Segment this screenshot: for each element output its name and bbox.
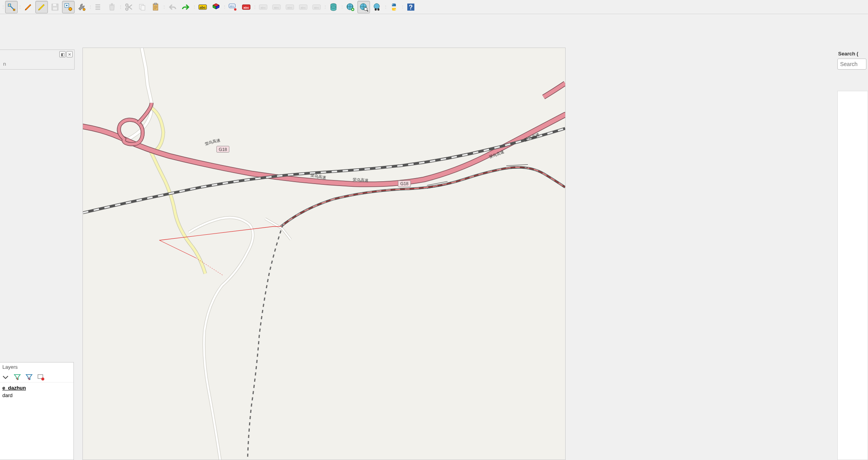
copy-features-button (92, 1, 105, 13)
osm-find-button[interactable] (371, 1, 383, 13)
chevron-down-icon[interactable] (2, 373, 9, 381)
osm-download-button[interactable] (344, 1, 357, 13)
main-toolbar: ⋮⋮⋮⋮⋮⋮abc⋮abcabc⋮abcabcabcabcabc⋮⋮⋮⋮? (0, 0, 868, 14)
close-icon[interactable]: ✕ (66, 51, 73, 57)
toggle-editing-button[interactable] (35, 1, 48, 13)
node-tool-button[interactable] (5, 1, 18, 13)
scissors-icon (124, 2, 134, 12)
svg-text:abc: abc (301, 6, 306, 9)
diagram-3d-icon (211, 2, 221, 12)
copy-icon (137, 2, 147, 12)
abc-pin-icon: abc (228, 2, 238, 12)
svg-rect-4 (53, 7, 57, 10)
abc-grey-icon: abc (258, 2, 268, 12)
filter-down-icon[interactable] (13, 373, 21, 381)
modify-attributes-button[interactable] (75, 1, 88, 13)
layer-item[interactable]: e_dazhun (1, 384, 73, 392)
save-edits-button (49, 1, 61, 13)
svg-text:abc: abc (244, 6, 249, 9)
svg-point-19 (234, 8, 236, 11)
abc-grey-icon: abc (285, 2, 295, 12)
railway-branch-south (247, 224, 283, 460)
node-gear-icon (64, 2, 73, 12)
abc-red-icon: abc (242, 2, 251, 12)
layers-panel-title: Layers (0, 362, 73, 372)
svg-point-8 (83, 8, 85, 11)
svg-text:G18: G18 (400, 181, 408, 186)
svg-rect-14 (154, 3, 157, 5)
road-name-label: 荣乌高速 (204, 138, 220, 146)
clipboard-icon (151, 2, 160, 12)
toolbar-separator: ⋮ (89, 2, 92, 13)
left-dock-panel: ◧ ✕ n (0, 50, 75, 70)
copy-lines-icon (94, 2, 103, 12)
digitize-button[interactable] (22, 1, 35, 13)
redo-icon (181, 2, 190, 12)
osm-search-button[interactable] (357, 1, 370, 13)
search-input[interactable] (837, 59, 866, 70)
svg-text:abc: abc (288, 6, 293, 9)
dock-icon[interactable]: ◧ (59, 51, 66, 57)
globe-zoom-icon (359, 2, 368, 12)
svg-point-0 (9, 4, 10, 6)
highway-shield: G18 (217, 146, 229, 153)
trash-icon (107, 2, 117, 12)
db-manager-button[interactable] (327, 1, 340, 13)
search-results-area (837, 91, 868, 460)
svg-rect-39 (375, 8, 377, 11)
pencil-yellow-icon (37, 2, 46, 12)
toolbar-separator: ⋮ (324, 2, 326, 13)
label-tool-4-button: abc (297, 1, 309, 13)
main-area: ◧ ✕ n Layers e_dazhundard (0, 14, 868, 460)
wrench-gear-icon (77, 2, 86, 12)
remove-layer-icon[interactable] (37, 373, 45, 381)
toolbar-separator: ⋮ (18, 2, 21, 13)
help-icon: ? (406, 2, 416, 12)
svg-rect-3 (53, 4, 56, 6)
copy-button (136, 1, 148, 13)
toolbar-separator: ⋮ (223, 2, 226, 13)
layers-panel: Layers e_dazhundard (0, 362, 74, 460)
svg-point-41 (392, 4, 393, 5)
right-search-panel: Search ( (836, 50, 868, 460)
svg-text:abc: abc (230, 5, 234, 7)
paste-button[interactable] (149, 1, 162, 13)
svg-text:abc: abc (314, 6, 319, 9)
filter-up-icon[interactable] (25, 373, 33, 381)
label-tool-1-button: abc (257, 1, 269, 13)
toolbar-grip[interactable]: ⋮ (2, 2, 4, 13)
svg-point-6 (66, 5, 68, 6)
toolbar-separator: ⋮ (384, 2, 387, 13)
diagram-button[interactable] (210, 1, 222, 13)
database-icon (329, 2, 338, 12)
undo-button (166, 1, 179, 13)
svg-point-46 (41, 377, 44, 381)
cut-button (123, 1, 135, 13)
svg-rect-12 (141, 6, 145, 10)
python-icon (389, 2, 399, 12)
svg-text:G18: G18 (219, 147, 227, 152)
svg-text:abc: abc (200, 6, 206, 9)
panel-hint: n (0, 59, 74, 69)
python-console-button[interactable] (388, 1, 400, 13)
railway-branch (281, 164, 565, 226)
layer-item[interactable]: dard (1, 392, 73, 399)
label-highlight-button[interactable]: abc (240, 1, 253, 13)
delete-button (106, 1, 118, 13)
svg-point-42 (395, 9, 396, 10)
label-tool-5-button: abc (310, 1, 323, 13)
label-pin-button[interactable]: abc (227, 1, 239, 13)
help-button[interactable]: ? (405, 1, 417, 13)
svg-text:abc: abc (274, 6, 279, 9)
toolbar-separator: ⋮ (119, 2, 122, 13)
advanced-digitizing-button[interactable] (62, 1, 75, 13)
search-panel-title: Search ( (836, 50, 868, 58)
label-button[interactable]: abc (196, 1, 209, 13)
toolbar-separator: ⋮ (401, 2, 404, 13)
abc-grey-icon: abc (312, 2, 321, 12)
svg-text:abc: abc (261, 6, 266, 9)
layers-toolbar (0, 372, 73, 383)
map-canvas[interactable]: G18G18 荣乌高速荣乌高速荣乌高速荣乌高速荣乌高速荣乌高速 (82, 48, 566, 460)
svg-rect-1 (13, 9, 15, 11)
redo-button[interactable] (179, 1, 192, 13)
